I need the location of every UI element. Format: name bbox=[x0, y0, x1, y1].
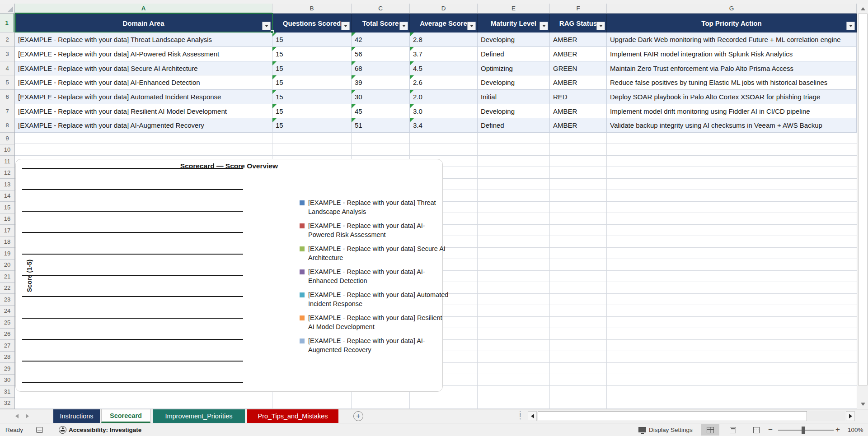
tab-scroll-right-icon[interactable] bbox=[26, 414, 29, 418]
cell-C6[interactable]: 30 bbox=[352, 90, 410, 104]
row-header-15[interactable]: 15 bbox=[0, 202, 14, 213]
cell-B6[interactable]: 15 bbox=[272, 90, 352, 104]
row-header-5[interactable]: 5 bbox=[0, 75, 14, 90]
cell-B5[interactable]: 15 bbox=[272, 75, 352, 90]
cell-G7[interactable]: Implement model drift monitoring using F… bbox=[607, 104, 857, 118]
row-header-7[interactable]: 7 bbox=[0, 104, 14, 118]
accessibility-status[interactable]: Accessibility: Investigate bbox=[59, 423, 141, 436]
horizontal-scrollbar[interactable] bbox=[538, 411, 845, 421]
cell-G6[interactable]: Deploy SOAR playbook in Palo Alto Cortex… bbox=[607, 90, 857, 104]
tab-instructions[interactable]: Instructions bbox=[53, 409, 100, 423]
cell-E5[interactable]: Developing bbox=[478, 75, 550, 90]
row-header-13[interactable]: 13 bbox=[0, 179, 14, 190]
tab-scroll-left-icon[interactable] bbox=[15, 414, 19, 418]
row-header-31[interactable]: 31 bbox=[0, 386, 14, 398]
row-header-28[interactable]: 28 bbox=[0, 352, 14, 363]
row-header-16[interactable]: 16 bbox=[0, 213, 14, 225]
cell-C5[interactable]: 39 bbox=[352, 75, 410, 90]
cell-C3[interactable]: 56 bbox=[352, 47, 410, 61]
normal-view-button[interactable] bbox=[701, 424, 719, 436]
column-header-E[interactable]: E bbox=[478, 4, 550, 14]
filter-dropdown-button[interactable] bbox=[540, 22, 548, 30]
filter-dropdown-button[interactable] bbox=[596, 22, 605, 30]
cell-G8[interactable]: Validate backup integrity using AI check… bbox=[607, 118, 857, 133]
scroll-up-button[interactable] bbox=[858, 4, 868, 13]
cell-F8[interactable]: AMBER bbox=[550, 118, 607, 133]
zoom-slider[interactable] bbox=[778, 430, 834, 431]
row-header-18[interactable]: 18 bbox=[0, 237, 14, 248]
cell-G5[interactable]: Reduce false positives by tuning Elastic… bbox=[607, 75, 857, 90]
cell-F5[interactable]: AMBER bbox=[550, 75, 607, 90]
row-header-25[interactable]: 25 bbox=[0, 317, 14, 329]
row-header-4[interactable]: 4 bbox=[0, 61, 14, 75]
row-header-30[interactable]: 30 bbox=[0, 375, 14, 386]
zoom-in-button[interactable]: + bbox=[835, 423, 840, 436]
cell-A8[interactable]: [EXAMPLE - Replace with your data] AI-Au… bbox=[15, 118, 272, 133]
cell-F6[interactable]: RED bbox=[550, 90, 607, 104]
display-settings-button[interactable]: Display Settings bbox=[638, 423, 693, 436]
cell-G3[interactable]: Implement FAIR model integration with Sp… bbox=[607, 47, 857, 61]
row-header-22[interactable]: 22 bbox=[0, 283, 14, 294]
vertical-scrollbar[interactable] bbox=[857, 4, 868, 409]
vertical-scrollbar-thumb[interactable] bbox=[858, 14, 868, 385]
column-header-C[interactable]: C bbox=[352, 4, 410, 14]
row-header-20[interactable]: 20 bbox=[0, 260, 14, 271]
macro-record-button[interactable] bbox=[36, 423, 43, 436]
cell-B8[interactable]: 15 bbox=[272, 118, 352, 133]
horizontal-scrollbar-thumb[interactable] bbox=[538, 411, 807, 421]
cell-A5[interactable]: [EXAMPLE - Replace with your data] AI-En… bbox=[15, 75, 272, 90]
tab-improvement-priorities[interactable]: Improvement_Priorities bbox=[153, 409, 245, 423]
row-header-24[interactable]: 24 bbox=[0, 306, 14, 317]
row-header-21[interactable]: 21 bbox=[0, 271, 14, 283]
column-header-D[interactable]: D bbox=[410, 4, 478, 14]
filter-dropdown-button[interactable] bbox=[846, 22, 855, 30]
cell-E4[interactable]: Optimizing bbox=[478, 61, 550, 75]
row-header-8[interactable]: 8 bbox=[0, 118, 14, 133]
table-header-average-score[interactable]: Average Score bbox=[410, 14, 478, 32]
table-header-top-priority-action[interactable]: Top Priority Action bbox=[607, 14, 857, 32]
cell-D2[interactable]: 2.8 bbox=[410, 32, 478, 47]
cell-C4[interactable]: 68 bbox=[352, 61, 410, 75]
table-header-domain-area[interactable]: Domain Area bbox=[15, 14, 272, 32]
hscroll-right-button[interactable] bbox=[846, 411, 855, 421]
cell-A3[interactable]: [EXAMPLE - Replace with your data] AI-Po… bbox=[15, 47, 272, 61]
cell-A7[interactable]: [EXAMPLE - Replace with your data] Resil… bbox=[15, 104, 272, 118]
table-header-rag-status[interactable]: RAG Status bbox=[550, 14, 607, 32]
filter-dropdown-button[interactable] bbox=[467, 22, 476, 30]
row-header-23[interactable]: 23 bbox=[0, 294, 14, 306]
cell-E2[interactable]: Developing bbox=[478, 32, 550, 47]
cell-B2[interactable]: 15 bbox=[272, 32, 352, 47]
cell-F4[interactable]: GREEN bbox=[550, 61, 607, 75]
filter-dropdown-button[interactable] bbox=[262, 22, 271, 30]
embedded-chart[interactable]: Scorecard — Score Overview Score (1-5) [… bbox=[15, 159, 443, 392]
column-header-F[interactable]: F bbox=[550, 4, 607, 14]
row-number-gutter[interactable]: 1234567891011121314151617181920212223242… bbox=[0, 14, 15, 409]
row-header-29[interactable]: 29 bbox=[0, 363, 14, 375]
row-header-9[interactable]: 9 bbox=[0, 133, 14, 144]
select-all-button[interactable] bbox=[0, 4, 15, 14]
row-header-6[interactable]: 6 bbox=[0, 90, 14, 104]
cell-E8[interactable]: Defined bbox=[478, 118, 550, 133]
cell-F7[interactable]: AMBER bbox=[550, 104, 607, 118]
row-header-1[interactable]: 1 bbox=[0, 14, 14, 32]
cell-A4[interactable]: [EXAMPLE - Replace with your data] Secur… bbox=[15, 61, 272, 75]
table-header-maturity-level[interactable]: Maturity Level bbox=[478, 14, 550, 32]
cell-G4[interactable]: Maintain Zero Trust enforcement via Palo… bbox=[607, 61, 857, 75]
row-header-32[interactable]: 32 bbox=[0, 398, 14, 409]
column-header-G[interactable]: G bbox=[607, 4, 857, 14]
cell-C7[interactable]: 45 bbox=[352, 104, 410, 118]
row-header-10[interactable]: 10 bbox=[0, 144, 14, 156]
new-sheet-button[interactable]: + bbox=[353, 411, 363, 421]
cell-D4[interactable]: 4.5 bbox=[410, 61, 478, 75]
column-header-A[interactable]: A bbox=[15, 4, 272, 14]
cell-D7[interactable]: 3.0 bbox=[410, 104, 478, 118]
row-header-2[interactable]: 2 bbox=[0, 32, 14, 47]
row-header-12[interactable]: 12 bbox=[0, 167, 14, 179]
cell-D8[interactable]: 3.4 bbox=[410, 118, 478, 133]
cell-E7[interactable]: Developing bbox=[478, 104, 550, 118]
row-header-26[interactable]: 26 bbox=[0, 329, 14, 340]
cell-F3[interactable]: AMBER bbox=[550, 47, 607, 61]
row-header-14[interactable]: 14 bbox=[0, 190, 14, 202]
tab-scorecard[interactable]: Scorecard bbox=[101, 409, 150, 423]
tab-pro-tips-and-mistakes[interactable]: Pro_Tips_and_Mistakes bbox=[247, 409, 338, 423]
